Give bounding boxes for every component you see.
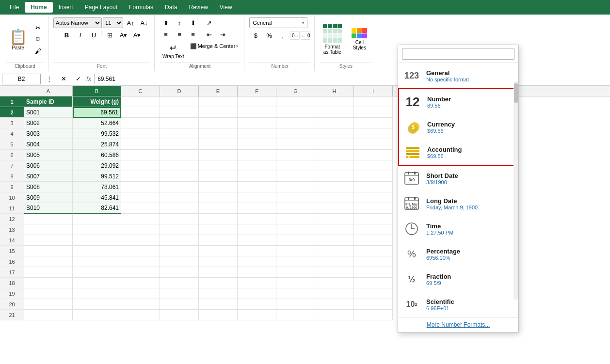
align-center-button[interactable]: ≡ bbox=[173, 29, 186, 40]
format-item-number[interactable]: 12 Number 69.56 bbox=[399, 89, 517, 114]
cell-a1[interactable]: Sample ID bbox=[24, 96, 73, 107]
cell-a7[interactable]: S006 bbox=[24, 160, 73, 171]
font-size-select[interactable]: 11 bbox=[103, 17, 123, 28]
cell-styles-button[interactable]: Cell Styles bbox=[347, 26, 372, 52]
format-as-table-button[interactable]: Format as Table bbox=[320, 22, 345, 57]
underline-button[interactable]: U bbox=[87, 30, 100, 40]
cell-d1[interactable] bbox=[160, 96, 199, 107]
cell-c3[interactable] bbox=[121, 118, 160, 128]
row-num-12[interactable]: 12 bbox=[0, 214, 24, 224]
cell-a5[interactable]: S004 bbox=[24, 139, 73, 150]
row-num-16[interactable]: 16 bbox=[0, 256, 24, 267]
tab-page-layout[interactable]: Page Layout bbox=[79, 2, 123, 13]
cell-a8[interactable]: S007 bbox=[24, 171, 73, 182]
align-bottom-button[interactable]: ⬇ bbox=[187, 17, 199, 28]
cell-g1[interactable] bbox=[276, 96, 315, 107]
cell-reference-input[interactable]: B2 bbox=[2, 74, 41, 84]
align-middle-button[interactable]: ↕ bbox=[173, 17, 186, 28]
dropdown-search-input[interactable] bbox=[402, 48, 514, 60]
font-name-select[interactable]: Aptos Narrow bbox=[53, 17, 102, 28]
decrease-indent-button[interactable]: ⇤ bbox=[203, 29, 215, 40]
tab-formulas[interactable]: Formulas bbox=[123, 2, 159, 13]
format-item-currency[interactable]: $ Currency $69.56 bbox=[399, 114, 517, 140]
cell-f2[interactable] bbox=[238, 107, 276, 118]
dropdown-scrollbar[interactable] bbox=[514, 81, 518, 300]
comma-button[interactable]: , bbox=[276, 30, 289, 41]
cell-e1[interactable] bbox=[199, 96, 238, 107]
row-num-2[interactable]: 2 bbox=[0, 107, 24, 118]
row-num-18[interactable]: 18 bbox=[0, 278, 24, 288]
row-num-4[interactable]: 4 bbox=[0, 128, 24, 139]
percent-button[interactable]: % bbox=[263, 30, 275, 41]
col-header-b[interactable]: B bbox=[73, 86, 121, 96]
format-painter-button[interactable]: 🖌 bbox=[32, 46, 44, 56]
confirm-formula-button[interactable]: ✓ bbox=[72, 74, 84, 84]
wrap-text-button[interactable]: ↵ Wrap Text bbox=[160, 41, 187, 61]
name-box-menu-button[interactable]: ⋮ bbox=[43, 74, 55, 84]
orientation-button[interactable]: ↗ bbox=[203, 17, 215, 28]
cell-h2[interactable] bbox=[315, 107, 354, 118]
cell-b8[interactable]: 99.512 bbox=[73, 171, 121, 182]
tab-data[interactable]: Data bbox=[159, 2, 183, 13]
format-item-percentage[interactable]: % Percentage 6956.10% bbox=[398, 241, 518, 267]
number-format-selector[interactable]: General ▾ bbox=[249, 17, 307, 28]
cell-h1[interactable] bbox=[315, 96, 354, 107]
col-header-a[interactable]: A bbox=[24, 86, 73, 96]
cell-a6[interactable]: S005 bbox=[24, 150, 73, 160]
row-num-3[interactable]: 3 bbox=[0, 118, 24, 128]
cell-g2[interactable] bbox=[276, 107, 315, 118]
cell-b2[interactable]: 69.561 bbox=[73, 107, 121, 118]
cell-d2[interactable] bbox=[160, 107, 199, 118]
format-item-time[interactable]: Time 1:27:50 PM bbox=[398, 216, 518, 241]
col-header-f[interactable]: F bbox=[238, 86, 276, 96]
more-number-formats-link[interactable]: More Number Formats... bbox=[427, 321, 490, 328]
decrease-font-button[interactable]: A↓ bbox=[138, 17, 150, 28]
increase-decimal-button[interactable]: ←.0 bbox=[301, 31, 310, 40]
row-num-9[interactable]: 9 bbox=[0, 182, 24, 192]
currency-button[interactable]: $ bbox=[249, 30, 262, 41]
tab-file[interactable]: File bbox=[4, 2, 25, 13]
col-header-e[interactable]: E bbox=[199, 86, 238, 96]
row-num-10[interactable]: 10 bbox=[0, 192, 24, 203]
font-color-button[interactable]: A▾ bbox=[131, 30, 144, 40]
col-header-d[interactable]: D bbox=[160, 86, 199, 96]
format-item-short-date[interactable]: 3/9 Short Date 3/9/1900 bbox=[398, 166, 518, 191]
increase-indent-button[interactable]: ⇥ bbox=[216, 29, 229, 40]
cell-c1[interactable] bbox=[121, 96, 160, 107]
cell-e2[interactable] bbox=[199, 107, 238, 118]
bold-button[interactable]: B bbox=[60, 30, 73, 40]
format-item-general[interactable]: 123 General No specific format bbox=[398, 63, 518, 88]
cell-a11[interactable]: S010 bbox=[24, 203, 73, 214]
row-num-17[interactable]: 17 bbox=[0, 267, 24, 278]
col-header-i[interactable]: I bbox=[354, 86, 393, 96]
cell-b1[interactable]: Weight (g) bbox=[73, 96, 121, 107]
tab-home[interactable]: Home bbox=[25, 2, 52, 13]
format-item-fraction[interactable]: ½ Fraction 69 5/9 bbox=[398, 267, 518, 292]
increase-font-button[interactable]: A↑ bbox=[124, 17, 137, 28]
row-num-7[interactable]: 7 bbox=[0, 160, 24, 171]
copy-button[interactable]: ⧉ bbox=[32, 34, 44, 45]
cell-b6[interactable]: 60.586 bbox=[73, 150, 121, 160]
format-item-scientific[interactable]: 102 Scientific 6.96E+01 bbox=[398, 292, 518, 317]
cut-button[interactable]: ✂ bbox=[32, 22, 44, 33]
fill-color-button[interactable]: A▾ bbox=[117, 30, 130, 40]
tab-review[interactable]: Review bbox=[183, 2, 213, 13]
italic-button[interactable]: I bbox=[74, 30, 86, 40]
row-num-19[interactable]: 19 bbox=[0, 288, 24, 299]
align-left-button[interactable]: ≡ bbox=[160, 29, 172, 40]
row-num-14[interactable]: 14 bbox=[0, 235, 24, 246]
cell-a10[interactable]: S009 bbox=[24, 192, 73, 203]
cell-b11[interactable]: 82.641 bbox=[73, 203, 121, 214]
cell-a3[interactable]: S002 bbox=[24, 118, 73, 128]
col-header-h[interactable]: H bbox=[315, 86, 354, 96]
row-num-5[interactable]: 5 bbox=[0, 139, 24, 150]
col-header-g[interactable]: G bbox=[276, 86, 315, 96]
row-num-13[interactable]: 13 bbox=[0, 224, 24, 235]
cell-i2[interactable] bbox=[354, 107, 393, 118]
row-num-11[interactable]: 11 bbox=[0, 203, 24, 214]
cell-b7[interactable]: 29.092 bbox=[73, 160, 121, 171]
cell-b10[interactable]: 45.841 bbox=[73, 192, 121, 203]
formula-input[interactable]: 69.561 bbox=[97, 74, 608, 84]
cell-i1[interactable] bbox=[354, 96, 393, 107]
tab-view[interactable]: View bbox=[214, 2, 238, 13]
